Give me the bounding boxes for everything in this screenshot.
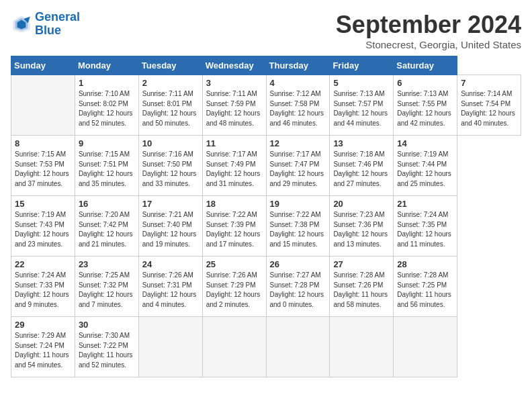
day-info: Sunrise: 7:15 AMSunset: 7:53 PMDaylight:… — [15, 150, 71, 189]
day-number: 30 — [79, 320, 135, 330]
day-info: Sunrise: 7:26 AMSunset: 7:31 PMDaylight:… — [142, 271, 199, 310]
day-info: Sunrise: 7:19 AMSunset: 7:44 PMDaylight:… — [397, 150, 453, 189]
calendar-week-5: 29Sunrise: 7:29 AMSunset: 7:24 PMDayligh… — [11, 317, 521, 377]
day-number: 20 — [333, 199, 390, 209]
calendar-day: 15Sunrise: 7:19 AMSunset: 7:43 PMDayligh… — [11, 196, 75, 257]
day-number: 10 — [142, 138, 199, 148]
day-number: 11 — [206, 138, 263, 148]
header-tuesday: Tuesday — [138, 56, 202, 75]
calendar-day: 6Sunrise: 7:13 AMSunset: 7:55 PMDaylight… — [394, 75, 457, 136]
day-number: 5 — [333, 78, 390, 88]
calendar-week-2: 8Sunrise: 7:15 AMSunset: 7:53 PMDaylight… — [11, 136, 521, 196]
day-info: Sunrise: 7:22 AMSunset: 7:38 PMDaylight:… — [270, 210, 326, 249]
logo-icon — [11, 13, 32, 35]
day-number: 14 — [397, 138, 453, 148]
day-info: Sunrise: 7:24 AMSunset: 7:35 PMDaylight:… — [397, 210, 453, 249]
calendar-week-3: 15Sunrise: 7:19 AMSunset: 7:43 PMDayligh… — [11, 196, 521, 257]
calendar-day: 26Sunrise: 7:27 AMSunset: 7:28 PMDayligh… — [266, 257, 330, 317]
day-info: Sunrise: 7:16 AMSunset: 7:50 PMDaylight:… — [142, 150, 199, 189]
day-info: Sunrise: 7:22 AMSunset: 7:39 PMDaylight:… — [206, 210, 263, 249]
day-info: Sunrise: 7:25 AMSunset: 7:32 PMDaylight:… — [79, 271, 135, 310]
calendar-day: 18Sunrise: 7:22 AMSunset: 7:39 PMDayligh… — [202, 196, 266, 257]
day-number: 15 — [15, 199, 71, 209]
calendar-week-1: 1Sunrise: 7:10 AMSunset: 8:02 PMDaylight… — [11, 75, 521, 136]
calendar-day: 9Sunrise: 7:15 AMSunset: 7:51 PMDaylight… — [75, 136, 138, 196]
day-number: 13 — [333, 138, 390, 148]
day-info: Sunrise: 7:11 AMSunset: 8:01 PMDaylight:… — [142, 89, 199, 128]
calendar-week-4: 22Sunrise: 7:24 AMSunset: 7:33 PMDayligh… — [11, 257, 521, 317]
day-number: 27 — [333, 259, 390, 269]
logo: General Blue — [11, 11, 80, 38]
calendar-day — [266, 317, 330, 377]
calendar-day: 24Sunrise: 7:26 AMSunset: 7:31 PMDayligh… — [138, 257, 202, 317]
day-number: 29 — [15, 320, 71, 330]
day-info: Sunrise: 7:30 AMSunset: 7:22 PMDaylight:… — [79, 331, 135, 370]
calendar-day: 17Sunrise: 7:21 AMSunset: 7:40 PMDayligh… — [138, 196, 202, 257]
day-info: Sunrise: 7:21 AMSunset: 7:40 PMDaylight:… — [142, 210, 199, 249]
day-number: 23 — [79, 259, 135, 269]
logo-blue: Blue — [35, 24, 61, 37]
calendar-day: 10Sunrise: 7:16 AMSunset: 7:50 PMDayligh… — [138, 136, 202, 196]
calendar-day — [330, 317, 394, 377]
calendar-day: 21Sunrise: 7:24 AMSunset: 7:35 PMDayligh… — [394, 196, 457, 257]
day-info: Sunrise: 7:27 AMSunset: 7:28 PMDaylight:… — [270, 271, 326, 310]
calendar-day: 28Sunrise: 7:28 AMSunset: 7:25 PMDayligh… — [394, 257, 457, 317]
calendar-day: 27Sunrise: 7:28 AMSunset: 7:26 PMDayligh… — [330, 257, 394, 317]
calendar-day — [138, 317, 202, 377]
day-number: 8 — [15, 138, 71, 148]
day-info: Sunrise: 7:14 AMSunset: 7:54 PMDaylight:… — [461, 89, 517, 128]
day-number: 17 — [142, 199, 199, 209]
calendar-day: 20Sunrise: 7:23 AMSunset: 7:36 PMDayligh… — [330, 196, 394, 257]
calendar-day: 16Sunrise: 7:20 AMSunset: 7:42 PMDayligh… — [75, 196, 138, 257]
header-monday: Monday — [75, 56, 138, 75]
header-saturday: Saturday — [394, 56, 457, 75]
calendar-header-row: SundayMondayTuesdayWednesdayThursdayFrid… — [11, 56, 521, 75]
day-number: 7 — [461, 78, 517, 88]
day-number: 28 — [397, 259, 453, 269]
day-info: Sunrise: 7:15 AMSunset: 7:51 PMDaylight:… — [79, 150, 135, 189]
day-number: 6 — [397, 78, 453, 88]
day-info: Sunrise: 7:20 AMSunset: 7:42 PMDaylight:… — [79, 210, 135, 249]
calendar-day: 14Sunrise: 7:19 AMSunset: 7:44 PMDayligh… — [394, 136, 457, 196]
calendar-day: 11Sunrise: 7:17 AMSunset: 7:49 PMDayligh… — [202, 136, 266, 196]
month-title: September 2024 — [336, 11, 521, 39]
calendar-day: 25Sunrise: 7:26 AMSunset: 7:29 PMDayligh… — [202, 257, 266, 317]
day-info: Sunrise: 7:19 AMSunset: 7:43 PMDaylight:… — [15, 210, 71, 249]
calendar-day: 5Sunrise: 7:13 AMSunset: 7:57 PMDaylight… — [330, 75, 394, 136]
page-header: General Blue September 2024 Stonecrest, … — [11, 11, 521, 50]
day-info: Sunrise: 7:23 AMSunset: 7:36 PMDaylight:… — [333, 210, 390, 249]
calendar-day: 12Sunrise: 7:17 AMSunset: 7:47 PMDayligh… — [266, 136, 330, 196]
day-info: Sunrise: 7:13 AMSunset: 7:55 PMDaylight:… — [397, 89, 453, 128]
day-number: 21 — [397, 199, 453, 209]
day-info: Sunrise: 7:17 AMSunset: 7:47 PMDaylight:… — [270, 150, 326, 189]
day-info: Sunrise: 7:13 AMSunset: 7:57 PMDaylight:… — [333, 89, 390, 128]
day-number: 4 — [270, 78, 326, 88]
day-number: 2 — [142, 78, 199, 88]
day-number: 24 — [142, 259, 199, 269]
calendar-day — [202, 317, 266, 377]
header-wednesday: Wednesday — [202, 56, 266, 75]
day-number: 16 — [79, 199, 135, 209]
day-info: Sunrise: 7:12 AMSunset: 7:58 PMDaylight:… — [270, 89, 326, 128]
day-number: 22 — [15, 259, 71, 269]
day-info: Sunrise: 7:29 AMSunset: 7:24 PMDaylight:… — [15, 331, 71, 370]
calendar-day: 8Sunrise: 7:15 AMSunset: 7:53 PMDaylight… — [11, 136, 75, 196]
calendar-day — [394, 317, 457, 377]
day-number: 3 — [206, 78, 263, 88]
header-sunday: Sunday — [11, 56, 75, 75]
day-info: Sunrise: 7:24 AMSunset: 7:33 PMDaylight:… — [15, 271, 71, 310]
calendar-day: 4Sunrise: 7:12 AMSunset: 7:58 PMDaylight… — [266, 75, 330, 136]
calendar-day: 19Sunrise: 7:22 AMSunset: 7:38 PMDayligh… — [266, 196, 330, 257]
calendar-day: 30Sunrise: 7:30 AMSunset: 7:22 PMDayligh… — [75, 317, 138, 377]
title-block: September 2024 Stonecrest, Georgia, Unit… — [336, 11, 521, 50]
day-number: 9 — [79, 138, 135, 148]
calendar-table: SundayMondayTuesdayWednesdayThursdayFrid… — [11, 56, 521, 377]
header-friday: Friday — [330, 56, 394, 75]
day-number: 25 — [206, 259, 263, 269]
day-number: 26 — [270, 259, 326, 269]
calendar-day: 1Sunrise: 7:10 AMSunset: 8:02 PMDaylight… — [75, 75, 138, 136]
day-info: Sunrise: 7:26 AMSunset: 7:29 PMDaylight:… — [206, 271, 263, 310]
day-info: Sunrise: 7:28 AMSunset: 7:25 PMDaylight:… — [397, 271, 453, 310]
day-number: 19 — [270, 199, 326, 209]
calendar-day — [11, 75, 75, 136]
